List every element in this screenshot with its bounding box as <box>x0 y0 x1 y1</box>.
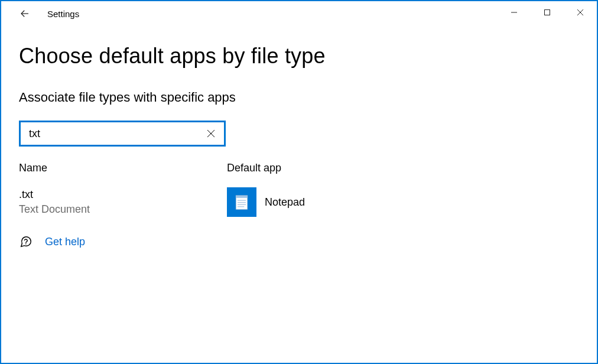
help-icon <box>19 235 33 249</box>
close-icon <box>577 9 584 16</box>
minimize-button[interactable] <box>498 1 531 24</box>
extension-name: .txt <box>19 187 227 202</box>
help-row: Get help <box>19 235 579 249</box>
page-subheading: Associate file types with specific apps <box>19 90 579 105</box>
maximize-icon <box>544 9 551 16</box>
svg-rect-2 <box>545 10 550 15</box>
filetype-info: .txt Text Document <box>19 187 227 217</box>
close-button[interactable] <box>564 1 597 24</box>
column-header-default-app: Default app <box>227 162 281 174</box>
window-controls <box>498 1 597 24</box>
back-arrow-icon <box>20 8 30 19</box>
minimize-icon <box>511 9 518 16</box>
back-button[interactable] <box>13 2 37 25</box>
default-app-button[interactable]: Notepad <box>227 187 305 217</box>
svg-marker-8 <box>236 196 248 198</box>
titlebar: Settings <box>1 1 597 26</box>
page-title: Choose default apps by file type <box>19 44 579 69</box>
extension-description: Text Document <box>19 202 227 217</box>
search-field[interactable] <box>19 121 226 147</box>
clear-icon <box>207 129 215 138</box>
get-help-link[interactable]: Get help <box>45 236 85 248</box>
page-content: Choose default apps by file type Associa… <box>1 26 597 249</box>
columns-header: Name Default app <box>19 162 579 174</box>
maximize-button[interactable] <box>531 1 564 24</box>
search-input[interactable] <box>29 122 204 145</box>
svg-point-13 <box>25 243 27 245</box>
notepad-icon <box>227 187 256 217</box>
default-app-name: Notepad <box>265 196 305 209</box>
clear-search-button[interactable] <box>204 126 218 141</box>
column-header-name: Name <box>19 162 227 174</box>
filetype-row: .txt Text Document Notepad <box>19 187 579 217</box>
window-title: Settings <box>47 9 79 19</box>
